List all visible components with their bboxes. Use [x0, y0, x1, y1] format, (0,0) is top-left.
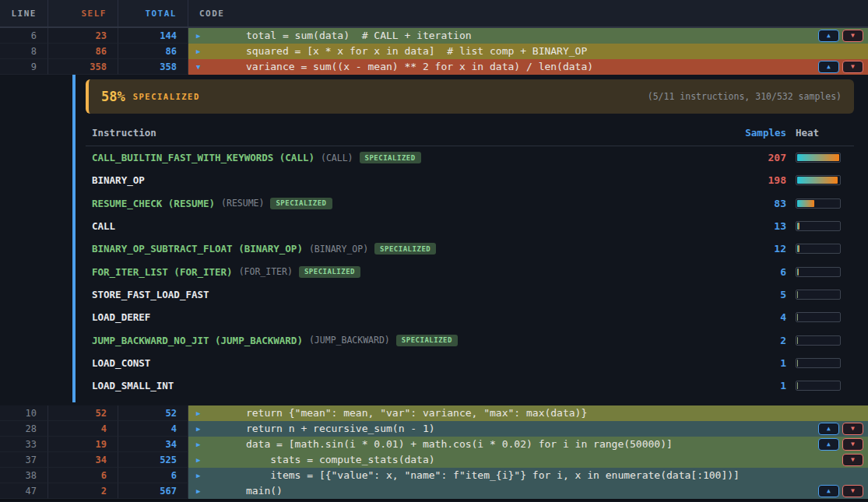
expand-toggle-icon[interactable]: ▶: [196, 405, 209, 421]
instruction-row: LOAD_DEREF 4: [86, 306, 854, 328]
heat-cell: [786, 153, 854, 163]
move-down-button[interactable]: ▼: [842, 423, 863, 435]
code-cell[interactable]: ▶ data = [math.sin(i * 0.01) + math.cos(…: [188, 437, 868, 452]
code-row: 47 2 567 ▶ main() ▲ ▼: [0, 483, 868, 499]
code-cell[interactable]: ▶ main() ▲ ▼: [188, 483, 868, 499]
self-samples: 358: [48, 59, 118, 75]
specialization-summary: (5/11 instructions, 310/532 samples): [648, 91, 842, 102]
expand-toggle-icon[interactable]: ▶: [196, 483, 209, 499]
instruction-row: CALL_BUILTIN_FAST_WITH_KEYWORDS (CALL) (…: [86, 146, 854, 169]
self-samples: 19: [48, 437, 118, 452]
code-cell[interactable]: ▶ return n + recursive_sum(n - 1) ▲ ▼: [188, 421, 868, 437]
instruction-row: LOAD_CONST 1: [86, 352, 854, 374]
instruction-row: JUMP_BACKWARD_NO_JIT (JUMP_BACKWARD) (JU…: [86, 328, 854, 351]
instruction-row: CALL 13: [86, 215, 854, 237]
row-buttons: ▼: [842, 454, 868, 466]
expand-toggle-icon[interactable]: ▶: [196, 437, 209, 452]
expand-toggle-icon[interactable]: ▶: [196, 468, 209, 483]
instruction-name-cell: LOAD_CONST: [86, 357, 740, 369]
code-row: 37 34 525 ▶ stats = compute_stats(data) …: [0, 452, 868, 468]
heat-bar-fill: [797, 269, 799, 276]
code-text: main(): [209, 483, 283, 499]
code-cell[interactable]: ▼ variance = sum((x - mean) ** 2 for x i…: [188, 59, 868, 75]
instruction-name: BINARY_OP_SUBTRACT_FLOAT (BINARY_OP): [92, 243, 303, 255]
code-cell[interactable]: ▶ return {"mean": mean, "var": variance,…: [188, 405, 868, 421]
instruction-name-cell: CALL: [86, 220, 740, 232]
move-down-button[interactable]: ▼: [842, 61, 863, 73]
table-header: LINE SELF TOTAL CODE: [0, 0, 868, 28]
specialized-badge: SPECIALIZED: [396, 335, 458, 346]
expand-toggle-icon[interactable]: ▶: [196, 28, 209, 44]
heat-bar-fill: [797, 177, 838, 184]
code-text: return n + recursive_sum(n - 1): [209, 421, 435, 437]
move-down-button[interactable]: ▼: [842, 438, 863, 451]
heat-cell: [786, 358, 854, 368]
heat-cell: [786, 198, 854, 209]
column-header-self: SELF: [48, 0, 118, 26]
instruction-samples: 83: [740, 198, 786, 209]
instruction-row: STORE_FAST_LOAD_FAST 5: [86, 283, 854, 306]
instruction-row: BINARY_OP_SUBTRACT_FLOAT (BINARY_OP) (BI…: [86, 237, 854, 260]
total-samples: 144: [118, 28, 188, 44]
move-down-button[interactable]: ▼: [842, 454, 863, 466]
heat-bar: [796, 244, 841, 254]
heat-cell: [786, 175, 854, 185]
move-up-button[interactable]: ▲: [818, 438, 839, 451]
instruction-name: JUMP_BACKWARD_NO_JIT (JUMP_BACKWARD): [92, 335, 303, 346]
total-samples: 86: [118, 44, 188, 59]
instruction-name: FOR_ITER_LIST (FOR_ITER): [92, 266, 233, 278]
code-text: variance = sum((x - mean) ** 2 for x in …: [209, 59, 593, 75]
heat-bar: [796, 267, 841, 277]
instruction-name: BINARY_OP: [92, 174, 145, 186]
expand-toggle-icon[interactable]: ▶: [196, 452, 209, 468]
heat-bar-fill: [797, 200, 814, 207]
instruction-samples: 198: [740, 174, 786, 186]
move-down-button[interactable]: ▼: [842, 30, 863, 42]
line-number: 37: [0, 452, 48, 468]
code-row: 10 52 52 ▶ return {"mean": mean, "var": …: [0, 405, 868, 421]
specialized-badge: SPECIALIZED: [360, 152, 421, 163]
instruction-samples: 2: [740, 335, 786, 346]
code-cell[interactable]: ▶ total = sum(data) # CALL + iteration ▲…: [188, 28, 868, 44]
instruction-base-opcode: (CALL): [321, 153, 353, 163]
move-up-button[interactable]: ▲: [818, 61, 839, 73]
column-header-code: CODE: [188, 0, 868, 26]
expand-toggle-icon[interactable]: ▶: [196, 44, 209, 59]
heat-bar: [796, 290, 841, 300]
specialized-badge: SPECIALIZED: [374, 243, 436, 255]
move-up-button[interactable]: ▲: [818, 423, 839, 435]
instruction-name: LOAD_DEREF: [92, 311, 150, 323]
heat-bar-fill: [797, 382, 798, 389]
heat-bar-fill: [797, 154, 839, 161]
total-samples: 567: [118, 483, 188, 499]
instruction-base-opcode: (RESUME): [221, 198, 264, 209]
heat-bar: [796, 175, 841, 185]
row-buttons: ▲ ▼: [818, 485, 868, 497]
heat-cell: [786, 381, 854, 391]
specialized-badge: SPECIALIZED: [299, 266, 360, 278]
line-number: 38: [0, 468, 48, 483]
code-rows-bottom: 10 52 52 ▶ return {"mean": mean, "var": …: [0, 405, 868, 499]
expand-toggle-icon[interactable]: ▶: [196, 421, 209, 437]
code-text: stats = compute_stats(data): [209, 452, 435, 468]
move-down-button[interactable]: ▼: [842, 485, 863, 497]
row-buttons: ▲ ▼: [818, 61, 868, 73]
column-header-instruction: Instruction: [86, 127, 740, 139]
heat-bar-fill: [797, 291, 798, 298]
self-samples: 4: [48, 421, 118, 437]
code-row: 8 86 86 ▶ squared = [x * x for x in data…: [0, 44, 868, 59]
move-up-button[interactable]: ▲: [818, 30, 839, 42]
instruction-name: STORE_FAST_LOAD_FAST: [92, 289, 209, 300]
heat-cell: [786, 244, 854, 254]
code-cell[interactable]: ▶ stats = compute_stats(data) ▼: [188, 452, 868, 468]
line-number: 9: [0, 59, 48, 75]
line-number: 6: [0, 28, 48, 44]
move-up-button[interactable]: ▲: [818, 485, 839, 497]
line-number: 33: [0, 437, 48, 452]
code-text: items = [{"value": x, "name": f"item_{i}…: [209, 468, 740, 483]
code-cell[interactable]: ▶ squared = [x * x for x in data] # list…: [188, 44, 868, 59]
code-row: 6 23 144 ▶ total = sum(data) # CALL + it…: [0, 28, 868, 44]
code-cell[interactable]: ▶ items = [{"value": x, "name": f"item_{…: [188, 468, 868, 483]
expand-toggle-icon[interactable]: ▼: [196, 59, 209, 75]
instruction-name-cell: BINARY_OP: [86, 174, 740, 186]
